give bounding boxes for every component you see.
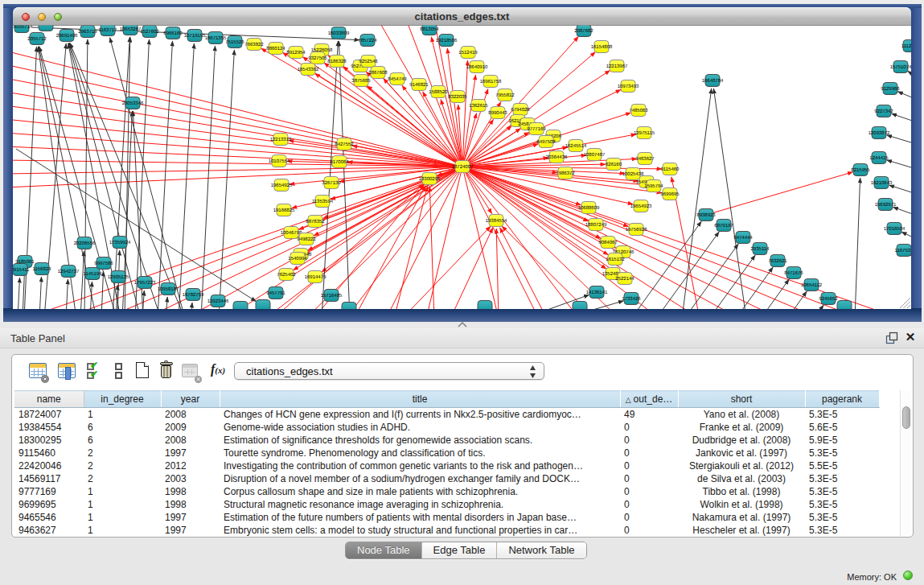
- column-header-title[interactable]: title: [220, 391, 620, 408]
- graph-node[interactable]: 1733426: [622, 293, 641, 305]
- graph-node[interactable]: [478, 301, 492, 313]
- float-panel-icon[interactable]: [885, 332, 898, 344]
- graph-node[interactable]: 7663822: [244, 39, 264, 51]
- graph-node[interactable]: 9227342: [874, 105, 893, 117]
- graph-node[interactable]: 2522144: [615, 273, 634, 285]
- graph-node[interactable]: [233, 302, 248, 314]
- close-panel-icon[interactable]: ✕: [904, 331, 917, 344]
- graph-node[interactable]: 1595794: [644, 180, 663, 192]
- graph-node[interactable]: [837, 301, 852, 313]
- splitter-grip-icon[interactable]: [457, 322, 468, 328]
- graph-node[interactable]: 9474444: [733, 232, 753, 244]
- graph-node[interactable]: [256, 300, 270, 312]
- graph-node[interactable]: 9327505: [308, 52, 327, 64]
- graph-node[interactable]: 9498222: [297, 233, 316, 245]
- table-row[interactable]: 1872400712008Changes of HCN gene express…: [14, 408, 879, 421]
- graph-node[interactable]: [573, 302, 587, 314]
- graph-node[interactable]: 8990443: [488, 107, 507, 119]
- toggle-rows-button[interactable]: [109, 361, 129, 381]
- network-canvas[interactable]: 1405571420557122069140629637191163717106…: [5, 19, 922, 319]
- graph-node[interactable]: 7625402: [277, 269, 296, 281]
- delete-column-button[interactable]: [157, 361, 176, 381]
- table-row[interactable]: 946554611997Estimation of the future num…: [14, 511, 879, 524]
- graph-node[interactable]: 6879197: [714, 220, 733, 232]
- row-selection-mode-button[interactable]: ✔ ✔: [84, 361, 104, 381]
- graph-node[interactable]: 9252546: [359, 56, 378, 68]
- graph-node[interactable]: 1540994: [288, 253, 307, 265]
- network-graph[interactable]: 1405571420557122069140629637191163717106…: [0, 0, 924, 322]
- graph-node[interactable]: 626160: [606, 159, 622, 171]
- column-header-pagerank[interactable]: pagerank: [805, 391, 879, 408]
- graph-node[interactable]: 9170064: [330, 156, 349, 168]
- scrollbar-thumb[interactable]: [902, 406, 910, 429]
- column-header-name[interactable]: name: [14, 391, 84, 408]
- graph-node[interactable]: 9245652: [819, 293, 838, 305]
- column-header-year[interactable]: year: [161, 391, 220, 408]
- graph-node[interactable]: 2055712: [27, 33, 47, 45]
- graph-node[interactable]: 8878352: [306, 216, 325, 228]
- graph-node[interactable]: 9997586: [94, 257, 113, 270]
- table-selector-dropdown[interactable]: citations_edges.txt: [234, 362, 544, 380]
- table-row[interactable]: 969969511998Structural magnetic resonanc…: [14, 498, 879, 511]
- table-row[interactable]: 1938455462009Genome-wide association stu…: [14, 421, 879, 434]
- graph-node[interactable]: 3915411: [11, 264, 31, 276]
- graph-node[interactable]: 9146821: [409, 79, 429, 91]
- graph-node[interactable]: 7485063: [629, 105, 648, 117]
- table-row[interactable]: 946362711997Embryonic stem cells: a mode…: [14, 524, 879, 537]
- graph-node[interactable]: 1112254: [901, 40, 920, 52]
- graph-node[interactable]: [342, 303, 356, 315]
- table-row[interactable]: 911546021997Tourette syndrome. Phenomeno…: [14, 447, 879, 459]
- graph-node[interactable]: 8215955: [851, 164, 870, 176]
- table-settings-button[interactable]: [28, 361, 47, 381]
- graph-node[interactable]: 8912954: [286, 47, 306, 59]
- table-row[interactable]: 2242004622012Investigating the contribut…: [14, 459, 879, 472]
- graph-node[interactable]: 3875685: [351, 75, 371, 87]
- tab-node-table[interactable]: Node Table: [346, 542, 422, 558]
- table-row[interactable]: 977716911998Corpus callosum shape and si…: [14, 485, 879, 498]
- graph-node[interactable]: 1156829: [33, 263, 52, 275]
- graph-node[interactable]: 6794028: [511, 104, 530, 116]
- graph-node[interactable]: 2087682: [574, 25, 593, 37]
- graph-node[interactable]: 1362615: [469, 100, 488, 112]
- table-row[interactable]: 1456911722003Disruption of a novel membe…: [14, 472, 879, 485]
- graph-node[interactable]: 6966160: [163, 27, 183, 39]
- graph-node[interactable]: 1167531: [895, 245, 914, 257]
- graph-node[interactable]: 8322035: [448, 91, 467, 103]
- table-row[interactable]: 1830029562008Estimation of significance …: [14, 434, 879, 447]
- graph-node[interactable]: [39, 19, 53, 31]
- graph-node[interactable]: 1615132: [606, 253, 625, 266]
- table-vertical-scrollbar[interactable]: [900, 390, 912, 536]
- graph-node[interactable]: 2963719: [78, 26, 97, 38]
- graph-node[interactable]: 8186328: [327, 56, 347, 68]
- graph-node[interactable]: 9129966: [881, 83, 900, 95]
- graph-node[interactable]: 8454749: [388, 73, 407, 85]
- graph-node[interactable]: 2867608: [368, 67, 388, 79]
- tab-edge-table[interactable]: Edge Table: [422, 542, 498, 558]
- graph-node[interactable]: 8860124: [266, 43, 285, 55]
- tab-network-table[interactable]: Network Table: [497, 542, 585, 558]
- graph-node[interactable]: 1527602: [140, 26, 159, 38]
- graph-node[interactable]: 9457791: [266, 287, 285, 299]
- create-column-button[interactable]: [133, 361, 153, 381]
- graph-node[interactable]: 9084067: [598, 237, 618, 249]
- graph-node[interactable]: 7632621: [768, 255, 787, 267]
- graph-node[interactable]: 9777169: [527, 123, 546, 135]
- graph-node[interactable]: 7955812: [495, 89, 515, 101]
- select-columns-button[interactable]: [57, 361, 76, 381]
- graph-node[interactable]: 8938923: [696, 209, 716, 221]
- graph-node[interactable]: 9115460: [661, 163, 680, 175]
- graph-node[interactable]: 8427552: [335, 138, 354, 150]
- graph-node[interactable]: 1244415: [869, 152, 889, 164]
- function-builder-button[interactable]: f(x): [211, 361, 230, 381]
- graph-node[interactable]: 9463627: [635, 153, 655, 165]
- graph-node[interactable]: 1588520: [429, 86, 448, 98]
- graph-node[interactable]: 1163717: [99, 24, 118, 36]
- graph-node[interactable]: 9699695: [660, 188, 680, 200]
- graph-node[interactable]: 1512419: [458, 47, 478, 59]
- graph-node[interactable]: 7515526: [225, 36, 244, 48]
- column-header-out_de[interactable]: △out_de…: [620, 391, 678, 408]
- panel-splitter[interactable]: [0, 322, 924, 328]
- graph-node[interactable]: 7857224: [358, 35, 377, 47]
- graph-node[interactable]: 3267130: [322, 177, 341, 189]
- graph-node[interactable]: 6497508: [536, 136, 556, 148]
